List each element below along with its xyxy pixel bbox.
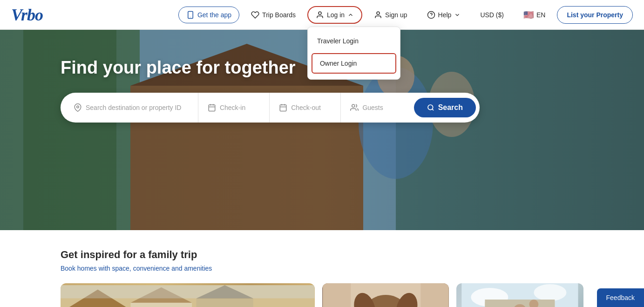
destination-placeholder: Search destination or property ID xyxy=(86,104,181,111)
login-button[interactable]: Log in xyxy=(307,6,362,24)
list-property-button[interactable]: List your Property xyxy=(557,6,633,24)
nav-items: Get the app Trip Boards Log in Traveler … xyxy=(178,6,633,24)
svg-rect-40 xyxy=(61,285,315,298)
svg-point-58 xyxy=(534,284,567,301)
currency-button[interactable]: USD ($) xyxy=(472,7,512,23)
search-button[interactable]: Search xyxy=(414,98,476,117)
login-dropdown: Traveler Login Owner Login xyxy=(307,27,400,80)
header: Vrbo Get the app Trip Boards Log in xyxy=(0,0,644,30)
language-button[interactable]: 🇺🇸 EN xyxy=(515,6,553,24)
phone-icon xyxy=(186,11,195,19)
svg-point-25 xyxy=(352,104,355,107)
guests-icon xyxy=(350,103,359,112)
calendar-checkin-icon xyxy=(208,103,216,112)
help-icon xyxy=(427,11,435,19)
flag-icon: 🇺🇸 xyxy=(523,10,534,20)
checkout-placeholder: Check-out xyxy=(291,104,321,111)
houses-illustration xyxy=(61,283,315,307)
houses-image-card[interactable] xyxy=(61,283,315,307)
help-button[interactable]: Help xyxy=(419,7,469,23)
svg-rect-0 xyxy=(188,11,193,18)
chevron-down-icon xyxy=(454,12,461,18)
sign-up-button[interactable]: Sign up xyxy=(366,7,415,23)
user-icon xyxy=(316,11,324,19)
svg-point-3 xyxy=(377,12,380,14)
chevron-up-icon xyxy=(347,12,354,18)
svg-rect-21 xyxy=(280,105,286,111)
svg-point-16 xyxy=(77,106,79,108)
outdoor-image xyxy=(456,283,583,307)
checkin-placeholder: Check-in xyxy=(220,104,245,111)
feedback-button[interactable]: Feedback xyxy=(597,288,644,307)
checkout-field[interactable]: Check-out xyxy=(270,93,341,123)
heart-icon xyxy=(251,11,259,19)
svg-rect-37 xyxy=(197,298,253,307)
person-icon xyxy=(374,11,382,19)
houses-image xyxy=(61,283,315,307)
svg-rect-34 xyxy=(130,303,192,307)
svg-point-26 xyxy=(428,105,433,110)
traveler-login-item[interactable]: Traveler Login xyxy=(308,31,400,51)
outdoor-illustration xyxy=(456,283,583,307)
guests-field[interactable]: Guests xyxy=(341,93,412,123)
dog-image-card[interactable] xyxy=(322,283,449,307)
guests-placeholder: Guests xyxy=(362,104,383,111)
image-grid xyxy=(61,283,583,307)
logo[interactable]: Vrbo xyxy=(11,5,43,25)
search-bar: Search destination or property ID Check-… xyxy=(61,93,480,123)
below-fold-section: Get inspired for a family trip Book home… xyxy=(0,230,644,307)
search-icon xyxy=(427,104,434,111)
dog-illustration xyxy=(322,283,449,307)
login-dropdown-wrapper: Log in Traveler Login Owner Login xyxy=(307,6,362,24)
checkin-field[interactable]: Check-in xyxy=(198,93,270,123)
owner-login-item[interactable]: Owner Login xyxy=(312,53,396,74)
dog-image xyxy=(322,283,449,307)
outdoor-image-card[interactable] xyxy=(456,283,583,307)
trip-boards-button[interactable]: Trip Boards xyxy=(243,7,304,23)
section-title: Get inspired for a family trip xyxy=(61,249,583,261)
subtitle-book: Book xyxy=(61,265,75,272)
get-app-button[interactable]: Get the app xyxy=(178,7,239,23)
calendar-checkout-icon xyxy=(279,103,287,112)
subtitle-main: homes with space, convenience and amenit… xyxy=(75,265,212,272)
svg-rect-17 xyxy=(209,105,215,111)
location-icon xyxy=(74,103,82,112)
svg-line-27 xyxy=(432,109,434,110)
section-subtitle: Book homes with space, convenience and a… xyxy=(61,265,583,272)
destination-field[interactable]: Search destination or property ID xyxy=(64,93,198,123)
svg-point-2 xyxy=(319,12,321,14)
